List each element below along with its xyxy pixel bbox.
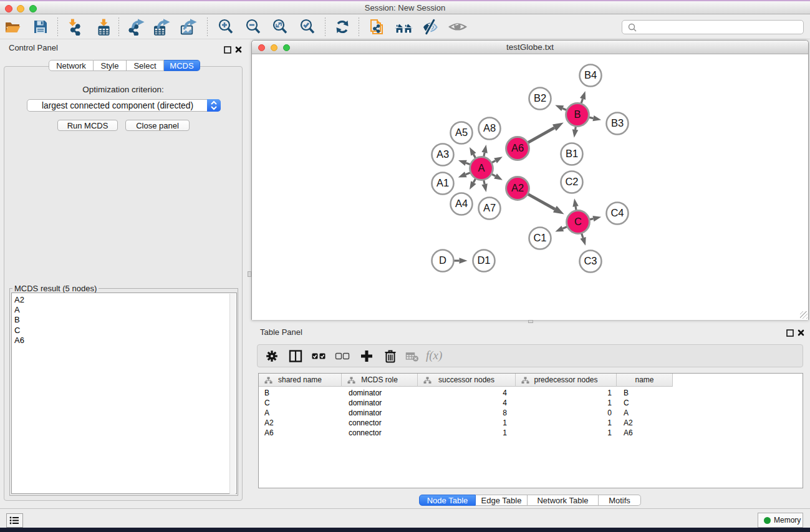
svg-text:A3: A3: [436, 148, 449, 160]
svg-text:C4: C4: [610, 207, 624, 218]
svg-text:B1: B1: [566, 148, 578, 159]
svg-text:A5: A5: [455, 127, 468, 138]
svg-text:B: B: [574, 109, 581, 120]
svg-text:B4: B4: [584, 69, 597, 80]
svg-text:C2: C2: [565, 176, 578, 187]
svg-text:D: D: [439, 254, 446, 266]
svg-text:D1: D1: [477, 254, 490, 266]
svg-text:C3: C3: [584, 255, 597, 266]
svg-text:A: A: [478, 162, 485, 173]
svg-text:A2: A2: [511, 182, 524, 193]
svg-text:A4: A4: [455, 198, 468, 209]
svg-text:B3: B3: [611, 117, 624, 128]
svg-text:A8: A8: [483, 122, 496, 133]
svg-text:A6: A6: [511, 142, 524, 153]
svg-text:C: C: [574, 216, 582, 227]
svg-text:A1: A1: [436, 177, 449, 188]
svg-text:B2: B2: [534, 92, 546, 104]
svg-text:C1: C1: [533, 232, 546, 243]
svg-text:A7: A7: [483, 202, 496, 213]
